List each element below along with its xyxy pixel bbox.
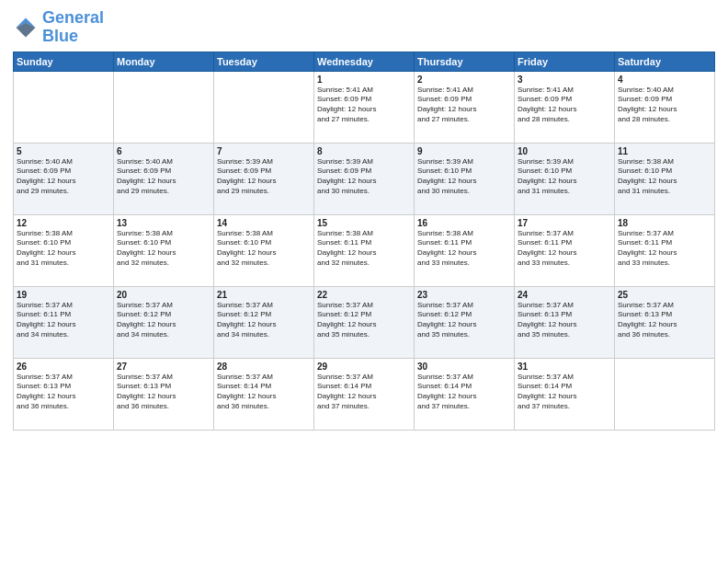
day-cell: 28Sunrise: 5:37 AM Sunset: 6:14 PM Dayli… — [214, 358, 314, 430]
day-cell: 24Sunrise: 5:37 AM Sunset: 6:13 PM Dayli… — [515, 286, 615, 358]
day-number: 31 — [518, 362, 611, 372]
day-cell: 31Sunrise: 5:37 AM Sunset: 6:14 PM Dayli… — [515, 358, 615, 430]
day-info: Sunrise: 5:38 AM Sunset: 6:10 PM Dayligh… — [117, 229, 210, 269]
day-info: Sunrise: 5:37 AM Sunset: 6:13 PM Dayligh… — [518, 301, 611, 340]
day-number: 22 — [317, 290, 411, 300]
day-cell: 22Sunrise: 5:37 AM Sunset: 6:12 PM Dayli… — [314, 286, 415, 358]
week-row-3: 12Sunrise: 5:38 AM Sunset: 6:10 PM Dayli… — [14, 214, 715, 286]
day-number: 5 — [17, 146, 110, 156]
day-number: 8 — [317, 146, 411, 156]
day-number: 4 — [618, 75, 711, 85]
day-number: 24 — [518, 290, 611, 300]
logo: General Blue — [13, 9, 104, 46]
day-number: 2 — [417, 75, 511, 85]
day-number: 23 — [417, 290, 511, 300]
day-cell: 27Sunrise: 5:37 AM Sunset: 6:13 PM Dayli… — [114, 358, 214, 430]
day-number: 21 — [217, 290, 311, 300]
day-cell — [214, 71, 314, 143]
day-info: Sunrise: 5:37 AM Sunset: 6:11 PM Dayligh… — [618, 229, 711, 269]
day-info: Sunrise: 5:37 AM Sunset: 6:13 PM Dayligh… — [618, 301, 711, 340]
day-number: 17 — [518, 218, 611, 228]
day-info: Sunrise: 5:37 AM Sunset: 6:13 PM Dayligh… — [117, 373, 210, 412]
day-number: 3 — [518, 75, 611, 85]
day-number: 13 — [117, 218, 210, 228]
day-info: Sunrise: 5:38 AM Sunset: 6:10 PM Dayligh… — [217, 229, 311, 269]
col-header-monday: Monday — [114, 52, 214, 71]
day-number: 25 — [618, 290, 711, 300]
day-number: 19 — [17, 290, 110, 300]
day-number: 27 — [117, 362, 210, 372]
day-info: Sunrise: 5:39 AM Sunset: 6:09 PM Dayligh… — [217, 157, 311, 197]
day-cell: 2Sunrise: 5:41 AM Sunset: 6:09 PM Daylig… — [415, 71, 515, 143]
day-info: Sunrise: 5:37 AM Sunset: 6:12 PM Dayligh… — [217, 301, 311, 340]
day-cell: 9Sunrise: 5:39 AM Sunset: 6:10 PM Daylig… — [415, 143, 515, 214]
day-cell: 26Sunrise: 5:37 AM Sunset: 6:13 PM Dayli… — [14, 358, 114, 430]
day-info: Sunrise: 5:37 AM Sunset: 6:11 PM Dayligh… — [518, 229, 611, 269]
day-cell: 19Sunrise: 5:37 AM Sunset: 6:11 PM Dayli… — [14, 286, 114, 358]
day-number: 14 — [217, 218, 311, 228]
day-info: Sunrise: 5:38 AM Sunset: 6:10 PM Dayligh… — [618, 157, 711, 197]
day-number: 16 — [417, 218, 511, 228]
day-cell — [14, 71, 114, 143]
day-number: 9 — [417, 146, 511, 156]
week-row-4: 19Sunrise: 5:37 AM Sunset: 6:11 PM Dayli… — [14, 286, 715, 358]
day-info: Sunrise: 5:41 AM Sunset: 6:09 PM Dayligh… — [518, 86, 611, 125]
day-number: 26 — [17, 362, 110, 372]
col-header-tuesday: Tuesday — [214, 52, 314, 71]
header: General Blue — [13, 9, 715, 46]
day-cell: 12Sunrise: 5:38 AM Sunset: 6:10 PM Dayli… — [14, 214, 114, 286]
day-info: Sunrise: 5:39 AM Sunset: 6:09 PM Dayligh… — [317, 157, 411, 197]
day-cell: 16Sunrise: 5:38 AM Sunset: 6:11 PM Dayli… — [415, 214, 515, 286]
col-header-sunday: Sunday — [14, 52, 114, 71]
day-info: Sunrise: 5:38 AM Sunset: 6:11 PM Dayligh… — [317, 229, 411, 269]
day-cell: 29Sunrise: 5:37 AM Sunset: 6:14 PM Dayli… — [314, 358, 415, 430]
day-cell: 3Sunrise: 5:41 AM Sunset: 6:09 PM Daylig… — [515, 71, 615, 143]
day-number: 11 — [618, 146, 711, 156]
day-info: Sunrise: 5:41 AM Sunset: 6:09 PM Dayligh… — [417, 86, 511, 125]
day-info: Sunrise: 5:37 AM Sunset: 6:14 PM Dayligh… — [217, 373, 311, 412]
logo-icon — [13, 15, 39, 40]
day-info: Sunrise: 5:40 AM Sunset: 6:09 PM Dayligh… — [117, 157, 210, 197]
day-info: Sunrise: 5:37 AM Sunset: 6:13 PM Dayligh… — [17, 373, 110, 412]
day-cell: 11Sunrise: 5:38 AM Sunset: 6:10 PM Dayli… — [615, 143, 715, 214]
day-cell: 13Sunrise: 5:38 AM Sunset: 6:10 PM Dayli… — [114, 214, 214, 286]
day-number: 18 — [618, 218, 711, 228]
day-cell: 17Sunrise: 5:37 AM Sunset: 6:11 PM Dayli… — [515, 214, 615, 286]
col-header-saturday: Saturday — [615, 52, 715, 71]
logo-blue: Blue — [42, 27, 78, 45]
day-number: 20 — [117, 290, 210, 300]
day-cell: 15Sunrise: 5:38 AM Sunset: 6:11 PM Dayli… — [314, 214, 415, 286]
day-info: Sunrise: 5:41 AM Sunset: 6:09 PM Dayligh… — [317, 86, 411, 125]
day-info: Sunrise: 5:37 AM Sunset: 6:14 PM Dayligh… — [417, 373, 511, 412]
day-info: Sunrise: 5:37 AM Sunset: 6:12 PM Dayligh… — [117, 301, 210, 340]
day-cell: 23Sunrise: 5:37 AM Sunset: 6:12 PM Dayli… — [415, 286, 515, 358]
logo-general: General — [42, 8, 104, 27]
day-cell: 20Sunrise: 5:37 AM Sunset: 6:12 PM Dayli… — [114, 286, 214, 358]
day-cell: 25Sunrise: 5:37 AM Sunset: 6:13 PM Dayli… — [615, 286, 715, 358]
col-header-friday: Friday — [515, 52, 615, 71]
col-header-wednesday: Wednesday — [314, 52, 415, 71]
logo-text: General Blue — [42, 9, 104, 46]
day-cell: 1Sunrise: 5:41 AM Sunset: 6:09 PM Daylig… — [314, 71, 415, 143]
day-number: 12 — [17, 218, 110, 228]
day-number: 28 — [217, 362, 311, 372]
day-cell: 8Sunrise: 5:39 AM Sunset: 6:09 PM Daylig… — [314, 143, 415, 214]
week-row-5: 26Sunrise: 5:37 AM Sunset: 6:13 PM Dayli… — [14, 358, 715, 430]
day-cell: 10Sunrise: 5:39 AM Sunset: 6:10 PM Dayli… — [515, 143, 615, 214]
week-row-1: 1Sunrise: 5:41 AM Sunset: 6:09 PM Daylig… — [14, 71, 715, 143]
day-cell: 18Sunrise: 5:37 AM Sunset: 6:11 PM Dayli… — [615, 214, 715, 286]
day-info: Sunrise: 5:37 AM Sunset: 6:14 PM Dayligh… — [518, 373, 611, 412]
calendar-table: SundayMondayTuesdayWednesdayThursdayFrid… — [13, 52, 715, 431]
day-number: 1 — [317, 75, 411, 85]
day-info: Sunrise: 5:37 AM Sunset: 6:12 PM Dayligh… — [417, 301, 511, 340]
day-info: Sunrise: 5:37 AM Sunset: 6:11 PM Dayligh… — [17, 301, 110, 340]
day-info: Sunrise: 5:40 AM Sunset: 6:09 PM Dayligh… — [618, 86, 711, 125]
day-info: Sunrise: 5:38 AM Sunset: 6:11 PM Dayligh… — [417, 229, 511, 269]
day-cell: 30Sunrise: 5:37 AM Sunset: 6:14 PM Dayli… — [415, 358, 515, 430]
day-cell: 4Sunrise: 5:40 AM Sunset: 6:09 PM Daylig… — [615, 71, 715, 143]
day-number: 29 — [317, 362, 411, 372]
day-number: 15 — [317, 218, 411, 228]
day-cell — [615, 358, 715, 430]
day-cell: 5Sunrise: 5:40 AM Sunset: 6:09 PM Daylig… — [14, 143, 114, 214]
day-cell: 7Sunrise: 5:39 AM Sunset: 6:09 PM Daylig… — [214, 143, 314, 214]
